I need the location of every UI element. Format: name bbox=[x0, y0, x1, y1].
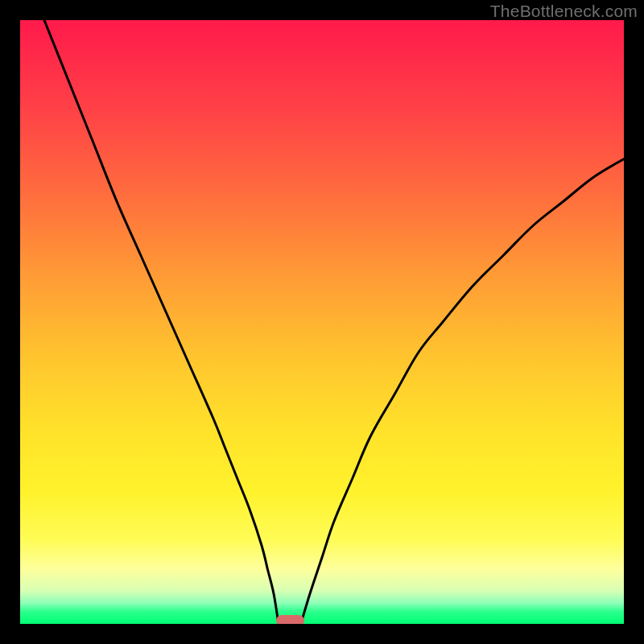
optimal-range-marker bbox=[276, 615, 304, 625]
bottleneck-curve bbox=[20, 20, 624, 624]
curve-path bbox=[44, 20, 624, 624]
watermark-text: TheBottleneck.com bbox=[490, 2, 638, 21]
chart-frame: TheBottleneck.com bbox=[0, 0, 644, 644]
plot-area bbox=[20, 20, 624, 624]
